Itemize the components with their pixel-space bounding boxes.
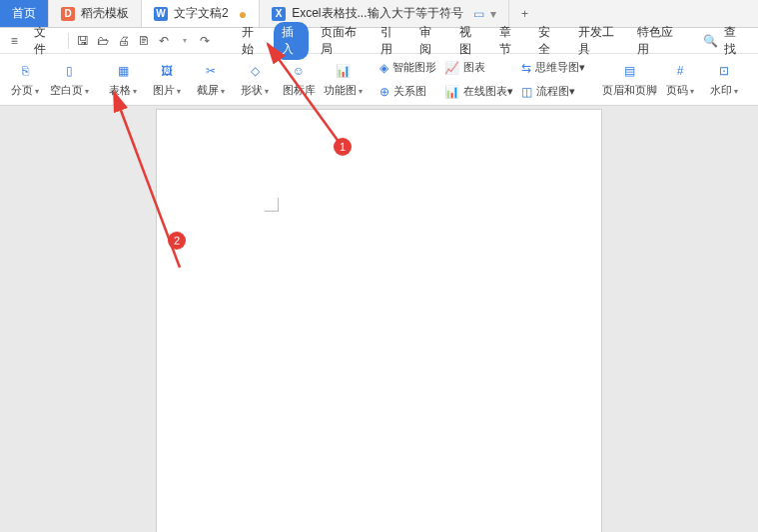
online-chart-button[interactable]: 📊 在线图表▾ [444,81,513,103]
ribbon-group-headerfooter: ▤ 页眉和页脚 # 页码▾ ⊡ 水印▾ [601,54,745,105]
open-icon[interactable]: 🗁 [95,34,111,48]
tab-document[interactable]: W 文字文稿2 ● [142,0,260,27]
function-graph-button[interactable]: 📊 功能图▾ [322,55,364,105]
header-footer-icon: ▤ [618,61,640,81]
screenshot-button[interactable]: ✂ 截屏▾ [190,55,232,105]
template-icon: D [61,7,75,21]
picture-button[interactable]: 🖼 图片▾ [146,55,188,105]
page-break-icon: ⎘ [14,61,36,81]
ribbon-group-illustrations: ▦ 表格▾ 🖼 图片▾ ✂ 截屏▾ ◇ 形状▾ ☺ 图标库 📊 功能图▾ [102,54,364,105]
tab-document-label: 文字文稿2 [174,5,229,22]
save-icon[interactable]: 🖫 [75,34,91,48]
menu-bar: ≡ 文件 🖫 🗁 🖨 🖹 ↶ ▾ ↷ 开始 插入 页面布局 引用 审阅 视图 章… [0,28,758,54]
tab-template-label: 稻壳模板 [81,5,129,22]
mindmap-icon: ⇆ [521,61,531,75]
redo-icon[interactable]: ↷ [197,34,213,48]
annotation-marker-1: 1 [334,138,352,156]
search-icon[interactable]: 🔍 [702,34,718,48]
smart-graphic-icon: ◈ [379,61,388,75]
annotation-marker-2: 2 [168,232,186,250]
icon-library-button[interactable]: ☺ 图标库 [278,55,320,105]
undo-dropdown-icon[interactable]: ▾ [176,36,192,45]
print-icon[interactable]: 🖨 [115,34,131,48]
excel-doc-icon: X [272,7,286,21]
separator [68,33,69,49]
page-area [0,106,758,532]
tab-home-label: 首页 [12,5,36,22]
unsaved-indicator-icon: ● [239,6,247,22]
table-button[interactable]: ▦ 表格▾ [102,55,144,105]
icon-library-icon: ☺ [288,61,310,81]
margin-corner-icon [265,198,279,212]
shapes-button[interactable]: ◇ 形状▾ [234,55,276,105]
table-icon: ▦ [112,61,134,81]
shapes-icon: ◇ [244,61,266,81]
workspace: 1 2 [0,106,758,532]
blank-page-button[interactable]: ▯ 空白页▾ [48,55,90,105]
ribbon-group-charts: ◈ 智能图形 ⊕ 关系图 [376,54,440,105]
flowchart-button[interactable]: ◫ 流程图▾ [521,81,585,103]
header-footer-button[interactable]: ▤ 页眉和页脚 [601,55,657,105]
word-doc-icon: W [154,7,168,21]
tab-home[interactable]: 首页 [0,0,49,27]
picture-icon: 🖼 [156,61,178,81]
watermark-icon: ⊡ [713,61,735,81]
chart-icon: 📈 [444,61,459,75]
blank-page-icon: ▯ [58,61,80,81]
page-number-button[interactable]: # 页码▾ [659,55,701,105]
flowchart-icon: ◫ [521,85,532,99]
page-break-button[interactable]: ⎘ 分页▾ [4,55,46,105]
tab-excel[interactable]: X Excel表格技...输入大于等于符号 ▭ ▾ [260,0,508,27]
screenshot-icon: ✂ [200,61,222,81]
tab-template[interactable]: D 稻壳模板 [49,0,142,27]
ribbon-group-pages: ⎘ 分页▾ ▯ 空白页▾ [4,54,90,105]
chart-button[interactable]: 📈 图表 [444,57,513,79]
smart-graphic-button[interactable]: ◈ 智能图形 [379,57,436,79]
relation-chart-button[interactable]: ⊕ 关系图 [379,81,436,103]
tab-dropdown-icon: ▾ [490,7,496,21]
document-page[interactable] [157,110,601,532]
watermark-button[interactable]: ⊡ 水印▾ [703,55,745,105]
function-graph-icon: 📊 [332,61,354,81]
online-chart-icon: 📊 [444,85,459,99]
mindmap-button[interactable]: ⇆ 思维导图▾ [521,57,585,79]
undo-icon[interactable]: ↶ [156,34,172,48]
page-number-icon: # [669,61,691,81]
ribbon-group-charts2: 📈 图表 📊 在线图表▾ [440,54,517,105]
ribbon-group-mindmap: ⇆ 思维导图▾ ◫ 流程图▾ [517,54,589,105]
ribbon-insert: ⎘ 分页▾ ▯ 空白页▾ ▦ 表格▾ 🖼 图片▾ ✂ 截屏▾ ◇ 形状▾ ☺ 图… [0,54,758,106]
screen-icon: ▭ [473,7,484,21]
tab-excel-label: Excel表格技...输入大于等于符号 [292,5,462,22]
print-preview-icon[interactable]: 🖹 [136,34,152,48]
relation-icon: ⊕ [379,85,389,99]
app-menu-icon[interactable]: ≡ [6,34,22,48]
